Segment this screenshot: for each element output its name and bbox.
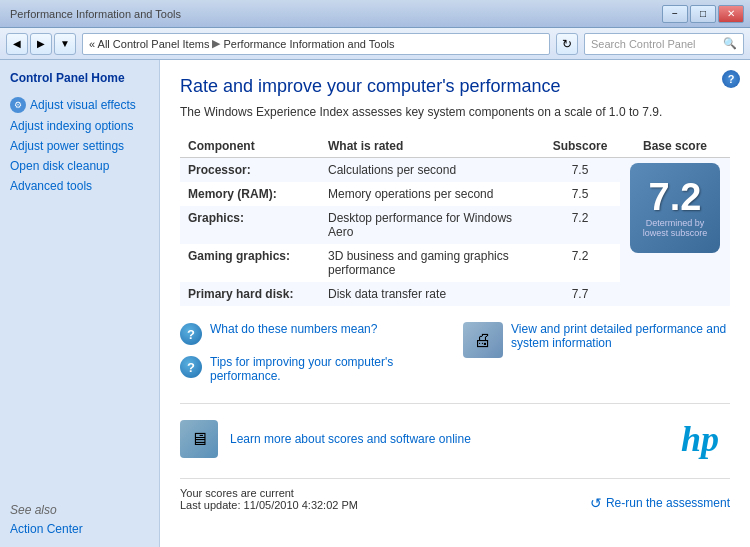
link-what-numbers[interactable]: What do these numbers mean? [210, 322, 377, 336]
rerun-icon: ↺ [590, 495, 602, 511]
status-current: Your scores are current [180, 487, 358, 499]
info-icon-tips: ? [180, 356, 202, 378]
visual-effects-icon: ⚙ [10, 97, 26, 113]
hp-logo: hp [670, 414, 730, 464]
content-panel: ? Rate and improve your computer's perfo… [160, 60, 750, 547]
col-component: Component [180, 135, 320, 158]
rerun-section: ↺ Re-run the assessment [590, 495, 730, 511]
page-title: Rate and improve your computer's perform… [180, 76, 730, 97]
cell-subscore: 7.5 [540, 182, 620, 206]
cell-subscore: 7.5 [540, 158, 620, 183]
score-status: Your scores are current Last update: 11/… [180, 487, 358, 511]
link-learn-more[interactable]: Learn more about scores and software onl… [230, 432, 471, 446]
window-controls: − □ ✕ [662, 5, 744, 23]
cell-what: Calculations per second [320, 158, 540, 183]
close-button[interactable]: ✕ [718, 5, 744, 23]
page-subtitle: The Windows Experience Index assesses ke… [180, 105, 730, 119]
sidebar: Control Panel Home ⚙ Adjust visual effec… [0, 60, 160, 547]
minimize-button[interactable]: − [662, 5, 688, 23]
rerun-button[interactable]: Re-run the assessment [606, 496, 730, 510]
info-links-left: ? What do these numbers mean? ? Tips for… [180, 322, 447, 393]
cell-what: Memory operations per second [320, 182, 540, 206]
hp-section: 🖥 Learn more about scores and software o… [180, 403, 730, 464]
cell-component: Primary hard disk: [180, 282, 320, 306]
link-view-print[interactable]: View and print detailed performance and … [511, 322, 730, 350]
address-bar: ◀ ▶ ▼ « All Control Panel Items ▶ Perfor… [0, 28, 750, 60]
col-what: What is rated [320, 135, 540, 158]
search-icon: 🔍 [723, 37, 737, 50]
title-bar: Performance Information and Tools − □ ✕ [0, 0, 750, 28]
search-placeholder: Search Control Panel [591, 38, 696, 50]
sidebar-item-visual-effects[interactable]: ⚙ Adjust visual effects [10, 96, 149, 114]
info-icon-numbers: ? [180, 323, 202, 345]
info-links-right: 🖨 View and print detailed performance an… [463, 322, 730, 393]
window-title: Performance Information and Tools [10, 8, 181, 20]
search-bar[interactable]: Search Control Panel 🔍 [584, 33, 744, 55]
cell-component: Graphics: [180, 206, 320, 244]
help-button[interactable]: ? [722, 70, 740, 88]
table-row: Processor:Calculations per second7.57.2D… [180, 158, 730, 183]
info-row-numbers: ? What do these numbers mean? [180, 322, 447, 345]
hp-logo-text: hp [681, 418, 719, 460]
link-tips[interactable]: Tips for improving your computer's perfo… [210, 355, 447, 383]
breadcrumb-current: Performance Information and Tools [223, 38, 394, 50]
cell-basescore: 7.2Determined by lowest subscore [620, 158, 730, 307]
col-basescore: Base score [620, 135, 730, 158]
cell-component: Gaming graphics: [180, 244, 320, 282]
breadcrumb-home: « All Control Panel Items [89, 38, 209, 50]
sidebar-item-power[interactable]: Adjust power settings [10, 138, 149, 154]
cell-what: Disk data transfer rate [320, 282, 540, 306]
performance-table: Component What is rated Subscore Base sc… [180, 135, 730, 306]
score-badge: 7.2Determined by lowest subscore [630, 163, 720, 253]
main-area: Control Panel Home ⚙ Adjust visual effec… [0, 60, 750, 547]
cell-component: Memory (RAM): [180, 182, 320, 206]
see-also-title: See also [10, 503, 149, 517]
sidebar-item-disk-cleanup[interactable]: Open disk cleanup [10, 158, 149, 174]
info-row-tips: ? Tips for improving your computer's per… [180, 355, 447, 383]
cell-what: 3D business and gaming graphics performa… [320, 244, 540, 282]
cell-subscore: 7.2 [540, 206, 620, 244]
sidebar-item-action-center[interactable]: Action Center [10, 521, 149, 537]
info-links-area: ? What do these numbers mean? ? Tips for… [180, 322, 730, 393]
back-button[interactable]: ◀ [6, 33, 28, 55]
refresh-button[interactable]: ↻ [556, 33, 578, 55]
cell-subscore: 7.2 [540, 244, 620, 282]
dropdown-button[interactable]: ▼ [54, 33, 76, 55]
forward-button[interactable]: ▶ [30, 33, 52, 55]
sidebar-item-indexing[interactable]: Adjust indexing options [10, 118, 149, 134]
content-footer: Your scores are current Last update: 11/… [180, 478, 730, 511]
breadcrumb[interactable]: « All Control Panel Items ▶ Performance … [82, 33, 550, 55]
maximize-button[interactable]: □ [690, 5, 716, 23]
sidebar-item-advanced-tools[interactable]: Advanced tools [10, 178, 149, 194]
see-also-section: See also Action Center [10, 503, 149, 537]
nav-buttons: ◀ ▶ ▼ [6, 33, 76, 55]
col-subscore: Subscore [540, 135, 620, 158]
cell-component: Processor: [180, 158, 320, 183]
breadcrumb-separator: ▶ [212, 37, 220, 50]
status-last-update: Last update: 11/05/2010 4:32:02 PM [180, 499, 358, 511]
sidebar-label-visual-effects: Adjust visual effects [30, 98, 136, 112]
print-icon: 🖨 [463, 322, 503, 358]
sidebar-item-home[interactable]: Control Panel Home [10, 70, 149, 86]
cell-subscore: 7.7 [540, 282, 620, 306]
learn-icon: 🖥 [180, 420, 218, 458]
cell-what: Desktop performance for Windows Aero [320, 206, 540, 244]
